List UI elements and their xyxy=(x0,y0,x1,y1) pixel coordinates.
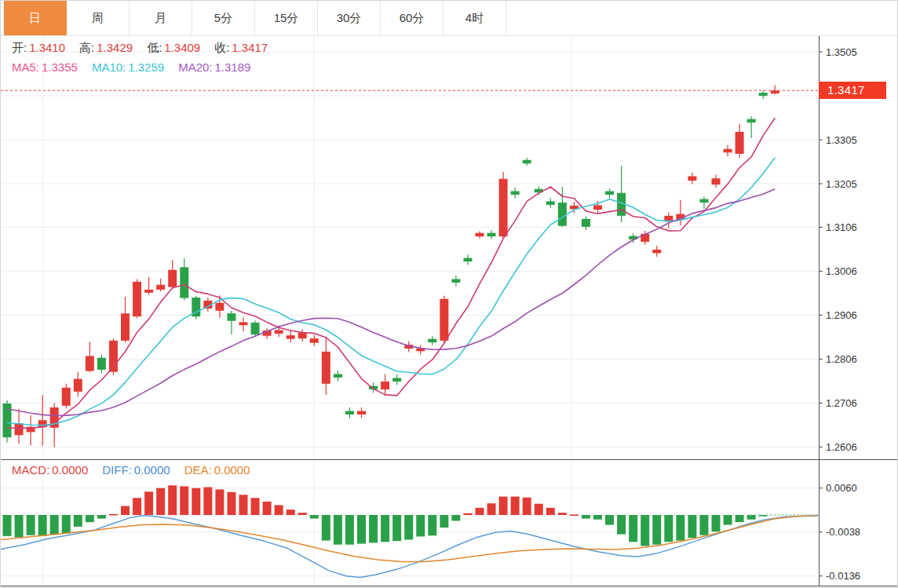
dea-readout: DEA:0.0000 xyxy=(184,463,250,477)
candlestick-macd-chart[interactable]: 1.35051.33051.32051.31061.30061.29061.28… xyxy=(1,1,898,588)
tab-monthly[interactable]: 月 xyxy=(130,1,192,35)
svg-text:1.2606: 1.2606 xyxy=(826,441,857,453)
tab-30min[interactable]: 30分 xyxy=(318,1,381,35)
diff-readout: DIFF:0.0000 xyxy=(102,463,170,477)
macd-legend: MACD:0.0000 DIFF:0.0000 DEA:0.0000 xyxy=(12,463,250,477)
tab-daily[interactable]: 日 xyxy=(4,1,67,35)
svg-text:1.2906: 1.2906 xyxy=(826,309,857,321)
svg-text:-0.0136: -0.0136 xyxy=(826,570,860,582)
svg-text:1.2806: 1.2806 xyxy=(826,353,857,365)
ohlc-legend: 开:1.3410 高:1.3429 低:1.3409 收:1.3417 xyxy=(12,41,268,56)
tab-weekly[interactable]: 周 xyxy=(67,1,130,35)
svg-text:1.3505: 1.3505 xyxy=(826,46,857,58)
tab-4hour[interactable]: 4时 xyxy=(444,1,506,35)
svg-text:1.3106: 1.3106 xyxy=(826,221,857,233)
low-readout: 低:1.3409 xyxy=(147,41,200,56)
svg-text:1.3205: 1.3205 xyxy=(826,178,857,190)
ma-legend: MA5:1.3355 MA10:1.3259 MA20:1.3189 xyxy=(12,60,250,74)
timeframe-tabs: 日 周 月 5分 15分 30分 60分 4时 xyxy=(1,1,897,36)
current-price-badge: 1.3417 xyxy=(819,82,886,99)
tab-5min[interactable]: 5分 xyxy=(192,1,255,35)
svg-text:1.3305: 1.3305 xyxy=(826,134,857,146)
tab-15min[interactable]: 15分 xyxy=(255,1,318,35)
ma20-readout: MA20:1.3189 xyxy=(178,60,250,74)
svg-text:0.0060: 0.0060 xyxy=(826,482,857,494)
trading-chart-widget: 日 周 月 5分 15分 30分 60分 4时 1.35051.33051.32… xyxy=(0,0,898,588)
svg-text:1.2706: 1.2706 xyxy=(826,397,857,409)
open-readout: 开:1.3410 xyxy=(12,41,65,56)
macd-readout: MACD:0.0000 xyxy=(12,463,88,477)
ma5-readout: MA5:1.3355 xyxy=(12,60,78,74)
high-readout: 高:1.3429 xyxy=(79,41,133,56)
close-readout: 收:1.3417 xyxy=(214,41,268,56)
svg-text:1.3006: 1.3006 xyxy=(826,265,857,277)
tab-60min[interactable]: 60分 xyxy=(381,1,444,35)
svg-text:-0.0038: -0.0038 xyxy=(826,526,860,538)
ma10-readout: MA10:1.3259 xyxy=(92,60,164,74)
